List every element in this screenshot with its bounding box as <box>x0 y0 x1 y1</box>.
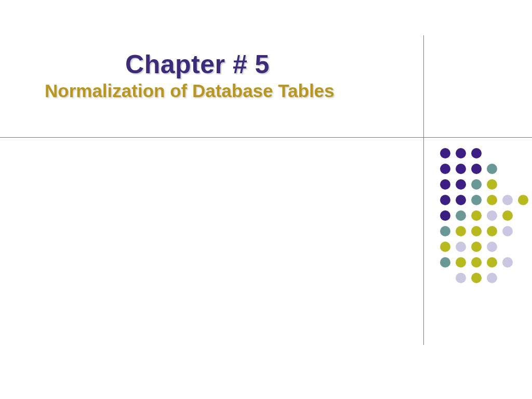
dot-empty <box>518 242 528 252</box>
decorative-dot-icon <box>518 195 528 205</box>
decorative-dot-icon <box>471 273 482 283</box>
dot-empty <box>502 164 513 174</box>
decorative-dot-icon <box>471 242 482 252</box>
decorative-dot-icon <box>487 164 497 174</box>
decorative-dot-icon <box>440 148 450 158</box>
decorative-dot-icon <box>456 273 466 283</box>
dot-empty <box>518 164 528 174</box>
decorative-dot-icon <box>487 195 497 205</box>
decorative-dot-icon <box>487 210 497 221</box>
decorative-dot-icon <box>440 195 450 205</box>
decorative-dot-icon <box>456 164 466 174</box>
decorative-dot-icon <box>471 195 482 205</box>
decorative-dot-icon <box>440 226 450 236</box>
horizontal-divider <box>0 137 532 138</box>
decorative-dot-icon <box>502 210 513 221</box>
decorative-dot-icon <box>471 164 482 174</box>
dot-empty <box>518 257 528 268</box>
dot-empty <box>487 148 497 158</box>
dot-empty <box>518 273 528 283</box>
decorative-dot-icon <box>502 257 513 268</box>
dot-empty <box>502 148 513 158</box>
decorative-dot-icon <box>487 242 497 252</box>
dot-empty <box>440 273 450 283</box>
decorative-dot-icon <box>471 148 482 158</box>
vertical-divider <box>423 35 424 345</box>
decorative-dot-icon <box>456 179 466 190</box>
decorative-dot-icon <box>502 195 513 205</box>
decorative-dot-icon <box>487 179 497 190</box>
decorative-dot-grid <box>437 145 531 286</box>
decorative-dot-icon <box>440 164 450 174</box>
dot-empty <box>518 148 528 158</box>
dot-empty <box>502 179 513 190</box>
decorative-dot-icon <box>471 210 482 221</box>
decorative-dot-icon <box>471 179 482 190</box>
decorative-dot-icon <box>440 179 450 190</box>
decorative-dot-icon <box>440 257 450 268</box>
dot-empty <box>518 226 528 236</box>
decorative-dot-icon <box>456 226 466 236</box>
decorative-dot-icon <box>502 226 513 236</box>
decorative-dot-icon <box>471 226 482 236</box>
chapter-title: Chapter # 5 <box>0 49 395 79</box>
decorative-dot-icon <box>440 210 450 221</box>
decorative-dot-icon <box>487 273 497 283</box>
dot-empty <box>502 242 513 252</box>
dot-empty <box>518 210 528 221</box>
decorative-dot-icon <box>471 257 482 268</box>
dot-empty <box>502 273 513 283</box>
decorative-dot-icon <box>487 226 497 236</box>
decorative-dot-icon <box>456 242 466 252</box>
title-block: Chapter # 5 Normalization of Database Ta… <box>0 49 395 101</box>
dot-empty <box>518 179 528 190</box>
decorative-dot-icon <box>487 257 497 268</box>
decorative-dot-icon <box>456 210 466 221</box>
chapter-subtitle: Normalization of Database Tables <box>0 81 395 101</box>
decorative-dot-icon <box>456 257 466 268</box>
decorative-dot-icon <box>456 148 466 158</box>
decorative-dot-icon <box>440 242 450 252</box>
decorative-dot-icon <box>456 195 466 205</box>
